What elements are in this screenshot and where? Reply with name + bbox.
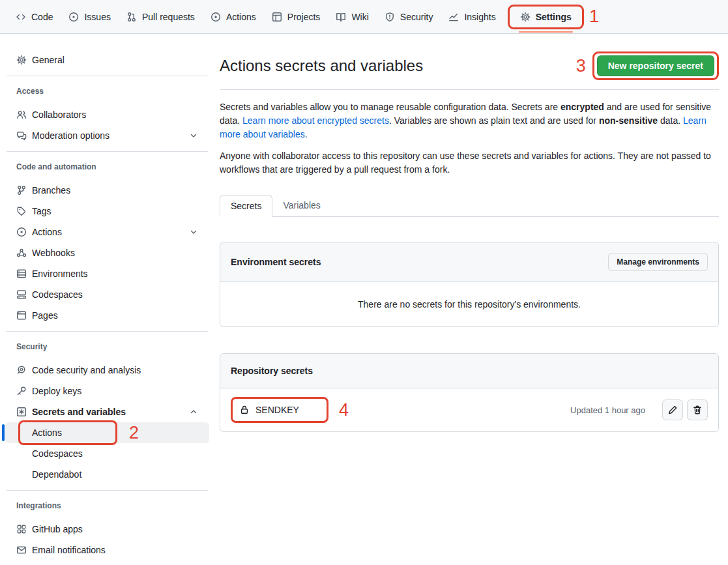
sidebar-divider: [7, 331, 208, 332]
sidebar-item-actions[interactable]: Actions: [5, 222, 209, 242]
sidebar-section-access: Access: [16, 87, 209, 96]
gear-icon: [16, 55, 27, 65]
sidebar-subitem-actions[interactable]: Actions 2: [5, 422, 209, 443]
sidebar-divider: [7, 76, 208, 76]
tag-icon: [16, 206, 27, 216]
tab-wiki[interactable]: Wiki: [330, 8, 373, 26]
settings-sidebar: General Access Collaborators Moderation …: [0, 34, 214, 560]
people-icon: [16, 109, 27, 120]
tab-settings-label: Settings: [536, 12, 572, 22]
sidebar-divider: [7, 151, 208, 152]
sidebar-subitem-codespaces[interactable]: Codespaces: [5, 443, 209, 464]
tab-projects-label: Projects: [287, 12, 321, 22]
tab-issues[interactable]: Issues: [63, 8, 115, 26]
asterisk-box-icon: [16, 407, 27, 417]
sidebar-item-label: GitHub apps: [32, 524, 83, 534]
chevron-up-icon: [188, 407, 199, 417]
intro-text: . Variables are shown as plain text and …: [389, 115, 599, 126]
intro-text: .: [305, 129, 308, 139]
sidebar-item-secrets-and-variables[interactable]: Secrets and variables: [5, 401, 209, 422]
codespaces-icon: [16, 289, 27, 300]
issue-opened-icon: [68, 12, 79, 22]
tab-actions[interactable]: Actions: [205, 8, 261, 26]
sidebar-item-github-apps[interactable]: GitHub apps: [5, 519, 209, 540]
sidebar-item-label: Branches: [32, 185, 70, 196]
webhook-icon: [16, 248, 27, 258]
sidebar-item-label: Tags: [32, 206, 51, 216]
tab-security[interactable]: Security: [379, 8, 439, 26]
sidebar-item-label: Collaborators: [32, 109, 86, 120]
mail-icon: [16, 545, 27, 555]
collaborator-access-paragraph: Anyone with collaborator access to this …: [220, 149, 719, 177]
sidebar-item-codespaces[interactable]: Codespaces: [5, 284, 209, 305]
environment-secrets-card: Environment secrets Manage environments …: [220, 242, 719, 327]
apps-icon: [16, 524, 27, 534]
environment-secrets-title: Environment secrets: [231, 257, 321, 267]
comment-discussion-icon: [16, 130, 27, 141]
sidebar-section-security: Security: [16, 342, 209, 351]
server-icon: [16, 268, 27, 279]
repository-secrets-title: Repository secrets: [231, 366, 313, 376]
sidebar-item-email-notifications[interactable]: Email notifications: [5, 540, 209, 560]
secret-updated-timestamp: Updated 1 hour ago: [570, 405, 645, 415]
tab-settings[interactable]: Settings: [515, 8, 577, 26]
tab-actions-label: Actions: [226, 12, 256, 22]
secret-name-group: SENDKEY: [239, 405, 299, 415]
play-icon: [16, 227, 27, 237]
annotation-number-1: 1: [589, 8, 599, 25]
link-learn-more-encrypted-secrets[interactable]: Learn more about encrypted secrets: [242, 115, 389, 126]
repository-secrets-header: Repository secrets: [220, 354, 718, 388]
codescan-icon: [16, 365, 27, 375]
sidebar-item-general[interactable]: General: [5, 50, 209, 70]
tab-pull-requests[interactable]: Pull requests: [121, 8, 200, 26]
code-icon: [16, 12, 26, 22]
sidebar-item-collaborators[interactable]: Collaborators: [5, 104, 209, 125]
sidebar-item-label: Webhooks: [32, 248, 75, 258]
tab-projects[interactable]: Projects: [267, 8, 326, 26]
tab-insights[interactable]: Insights: [443, 8, 501, 26]
tab-secrets[interactable]: Secrets: [220, 195, 272, 217]
shield-icon: [385, 12, 395, 22]
intro-bold-encrypted: encrypted: [561, 102, 604, 112]
tab-pull-requests-label: Pull requests: [142, 12, 195, 22]
annotation-number-3: 3: [576, 57, 586, 75]
tab-variables[interactable]: Variables: [272, 195, 330, 217]
intro-bold-non-sensitive: non-sensitive: [599, 115, 658, 126]
pencil-icon: [667, 405, 678, 415]
sidebar-item-label: Actions: [32, 427, 62, 438]
settings-content: Actions secrets and variables 3 New repo…: [220, 34, 719, 432]
intro-text: Secrets and variables allow you to manag…: [220, 102, 561, 112]
chevron-down-icon: [188, 227, 199, 237]
sidebar-section-integrations: Integrations: [16, 501, 209, 510]
sidebar-item-label: Dependabot: [32, 469, 81, 480]
delete-secret-button[interactable]: [687, 399, 708, 420]
new-repository-secret-button[interactable]: New repository secret: [597, 55, 714, 76]
manage-environments-button[interactable]: Manage environments: [608, 253, 708, 271]
annotation-number-4: 4: [339, 401, 349, 419]
tab-code[interactable]: Code: [10, 8, 58, 26]
sidebar-section-code-and-automation: Code and automation: [16, 162, 209, 171]
tab-code-label: Code: [31, 12, 53, 22]
sidebar-item-moderation-options[interactable]: Moderation options: [5, 125, 209, 146]
sidebar-item-webhooks[interactable]: Webhooks: [5, 242, 209, 263]
annotation-number-2: 2: [129, 424, 139, 442]
environment-secrets-empty-message: There are no secrets for this repository…: [220, 282, 718, 326]
chevron-down-icon: [188, 130, 199, 141]
sidebar-item-environments[interactable]: Environments: [5, 263, 209, 284]
annotation-box-3: New repository secret: [592, 51, 719, 80]
sidebar-item-deploy-keys[interactable]: Deploy keys: [5, 381, 209, 401]
sidebar-item-label: Actions: [32, 227, 62, 237]
sidebar-divider: [7, 490, 208, 491]
sidebar-item-pages[interactable]: Pages: [5, 305, 209, 326]
sidebar-item-branches[interactable]: Branches: [5, 180, 209, 201]
repository-secrets-card: Repository secrets SENDKEY 4 Updated 1 h…: [220, 353, 719, 432]
intro-text: data.: [658, 115, 683, 126]
sidebar-item-label: Email notifications: [32, 545, 106, 555]
gear-icon: [520, 12, 531, 22]
repo-nav: Code Issues Pull requests Actions Projec…: [0, 0, 728, 34]
sidebar-subitem-dependabot[interactable]: Dependabot: [5, 464, 209, 485]
sidebar-item-tags[interactable]: Tags: [5, 201, 209, 222]
sidebar-item-code-security-and-analysis[interactable]: Code security and analysis: [5, 360, 209, 381]
table-icon: [272, 12, 282, 22]
edit-secret-button[interactable]: [662, 399, 683, 420]
